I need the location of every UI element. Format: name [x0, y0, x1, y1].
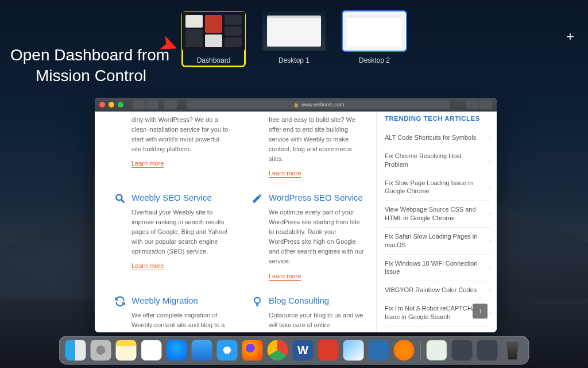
- space-dashboard[interactable]: Dashboard: [182, 12, 245, 67]
- chevron-right-icon: ›: [489, 183, 491, 191]
- dock-app-mail[interactable]: [192, 340, 212, 361]
- sidebar-item[interactable]: VIBGYOR Rainbow Color Codes›: [385, 281, 491, 300]
- lock-icon: 🔒: [293, 102, 299, 108]
- intro-text: free and easy to build site? We offer en…: [252, 115, 366, 164]
- scroll-top-button[interactable]: ↑: [473, 304, 488, 319]
- svg-point-0: [116, 195, 122, 201]
- learn-more-link[interactable]: Learn more: [269, 170, 301, 178]
- service-card: WordPress SEO Service We optimize every …: [252, 193, 366, 280]
- svg-line-1: [122, 200, 125, 203]
- refresh-icon: [114, 296, 126, 307]
- chevron-right-icon: ›: [489, 331, 491, 332]
- sidebar-item[interactable]: Fix Chrome Resolving Host Problem›: [385, 147, 491, 174]
- sidebar-item[interactable]: View Webpage Source CSS and HTML in Goog…: [385, 201, 491, 228]
- search-icon: [114, 193, 126, 204]
- nav-buttons: [133, 100, 158, 109]
- dock-folder[interactable]: [452, 340, 473, 361]
- dock-app-launchpad[interactable]: [91, 340, 111, 361]
- back-button[interactable]: [133, 100, 145, 109]
- dock-trash[interactable]: [502, 340, 523, 361]
- close-button[interactable]: [99, 102, 105, 108]
- annotation-text: Open Dashboard from Mission Control: [10, 45, 169, 87]
- sidebar-title: TRENDING TECH ARTICLES: [385, 115, 491, 122]
- annotation-line: Mission Control: [10, 66, 169, 86]
- annotation-line: Open Dashboard from: [10, 45, 169, 66]
- sidebar-item[interactable]: Fix Slow Page Loading Issue in Google Ch…: [385, 174, 491, 201]
- dashboard-thumbnail: [182, 12, 245, 51]
- space-label: Desktop 1: [278, 56, 310, 64]
- toolbar-right: [466, 100, 492, 109]
- bulb-icon: [252, 296, 263, 307]
- learn-more-link[interactable]: Learn more: [269, 273, 301, 281]
- service-card: Blog Consulting Outsource your blog to u…: [252, 296, 366, 332]
- chevron-right-icon: ›: [489, 134, 491, 142]
- dock-folder[interactable]: [477, 340, 498, 361]
- url-text: www.webnots.com: [301, 102, 345, 108]
- tabs-button[interactable]: [479, 100, 492, 109]
- sidebar-item[interactable]: Fix Safari Slow Loading Pages in macOS›: [385, 228, 491, 255]
- intro-text: dirty with WordPress? We do a clean inst…: [114, 115, 229, 154]
- chevron-right-icon: ›: [489, 210, 491, 218]
- share-button[interactable]: [466, 100, 479, 109]
- dock-app-reminders[interactable]: [141, 340, 162, 361]
- main-column: dirty with WordPress? We do a clean inst…: [95, 112, 376, 332]
- space-label: Desktop 2: [359, 56, 390, 64]
- dock-app-preview[interactable]: [343, 340, 364, 361]
- dock-app-safari[interactable]: [217, 340, 238, 361]
- dock-app-appstore[interactable]: [167, 340, 187, 361]
- add-space-button[interactable]: ＋: [564, 28, 577, 45]
- dock-app-books[interactable]: [394, 340, 415, 361]
- dock-app-notes[interactable]: [116, 340, 137, 361]
- dock-app-snagit[interactable]: [369, 340, 389, 361]
- service-card: Weebly SEO Service Overhaul your Weebly …: [114, 193, 229, 270]
- dock-document[interactable]: [427, 340, 447, 361]
- service-title: WordPress SEO Service: [269, 193, 363, 202]
- dock-app-expressvpn[interactable]: [318, 340, 339, 361]
- service-body: Overhaul your Weebly site to improve ran…: [114, 208, 229, 256]
- minimize-button[interactable]: [109, 102, 114, 108]
- chevron-right-icon: ›: [489, 309, 491, 317]
- space-desktop-1[interactable]: Desktop 1: [262, 12, 326, 64]
- service-card: Weebly Migration We offer complete migra…: [114, 296, 229, 332]
- sidebar-item[interactable]: Structure of HTTP Request and›: [385, 327, 491, 332]
- service-body: We offer complete migration of Weebly co…: [114, 310, 229, 332]
- pencil-icon: [252, 193, 263, 204]
- dock-app-finder[interactable]: [65, 340, 86, 361]
- chevron-right-icon: ›: [489, 264, 491, 272]
- desktop1-thumbnail: [262, 12, 326, 51]
- service-title: Weebly SEO Service: [131, 193, 212, 202]
- window-titlebar[interactable]: 🔒 www.webnots.com: [95, 98, 497, 112]
- page-content: dirty with WordPress? We do a clean inst…: [95, 112, 497, 332]
- safari-window[interactable]: 🔒 www.webnots.com dirty with WordPress? …: [95, 98, 497, 332]
- sidebar-item[interactable]: Fix Windows 10 WiFi Connection Issue›: [385, 255, 491, 282]
- service-title: Blog Consulting: [269, 296, 329, 305]
- chevron-right-icon: ›: [489, 237, 491, 245]
- dock-app-chrome[interactable]: [268, 340, 288, 361]
- dock-app-firefox[interactable]: [242, 340, 263, 361]
- space-label: Dashboard: [197, 56, 231, 64]
- forward-button[interactable]: [146, 100, 158, 109]
- dock-app-word[interactable]: W: [293, 340, 314, 361]
- chevron-right-icon: ›: [489, 286, 491, 294]
- dock-divider: [420, 341, 421, 361]
- service-body: We optimize every part of your WordPress…: [252, 208, 366, 266]
- maximize-button[interactable]: [118, 102, 123, 108]
- dock: W: [59, 336, 529, 365]
- sidebar-item[interactable]: ALT Code Shortcuts for Symbols›: [385, 129, 491, 147]
- desktop2-thumbnail: [343, 12, 406, 51]
- address-bar[interactable]: 🔒 www.webnots.com: [187, 100, 450, 109]
- sidebar-toggle[interactable]: [164, 100, 177, 109]
- service-title: Weebly Migration: [131, 296, 198, 305]
- learn-more-link[interactable]: Learn more: [131, 160, 164, 168]
- space-desktop-2[interactable]: Desktop 2: [343, 12, 406, 64]
- trending-sidebar: TRENDING TECH ARTICLES ALT Code Shortcut…: [376, 112, 497, 332]
- service-body: Outsource your blog to us and we will ta…: [252, 310, 366, 332]
- chevron-right-icon: ›: [489, 156, 491, 164]
- svg-point-2: [254, 297, 260, 303]
- learn-more-link[interactable]: Learn more: [131, 262, 164, 270]
